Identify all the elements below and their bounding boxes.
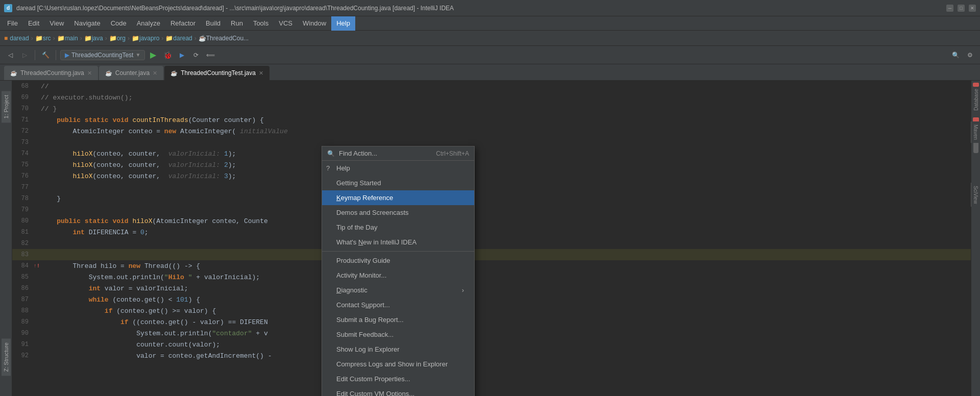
help-dropdown-menu: 🔍 Find Action... Ctrl+Shift+A ? Help Get…: [322, 146, 475, 396]
menu-sep-1: [322, 251, 474, 252]
question-icon: ?: [326, 164, 330, 172]
menu-item-activity-label: Activity Monitor...: [336, 271, 386, 279]
folder-icon-daread2: 📁: [165, 35, 173, 42]
menu-navigate[interactable]: Navigate: [69, 16, 105, 31]
search-icon: 🔍: [327, 150, 335, 157]
tab-threaded-counting[interactable]: ☕ ThreadedCounting.java ✕: [4, 66, 98, 80]
menu-item-help[interactable]: ? Help: [322, 161, 474, 176]
close-button[interactable]: ✕: [969, 5, 976, 12]
code-line-78: 78 }: [12, 193, 971, 204]
code-line-75: 75 hiloX(conteo, counter, valorInicial: …: [12, 159, 971, 170]
code-line-69: 69 // executor.shutdown();: [12, 92, 971, 103]
menu-item-activity-monitor[interactable]: Activity Monitor...: [322, 268, 474, 283]
debug-button[interactable]: 🐞: [161, 49, 174, 61]
menu-item-edit-vm[interactable]: Edit Custom VM Options...: [322, 386, 474, 396]
menu-file[interactable]: File: [2, 16, 23, 31]
menu-item-getting-started[interactable]: Getting Started: [322, 176, 474, 190]
breadcrumb-bar: ■ daread › 📁 src › 📁 main › 📁 java › 📁 o…: [0, 31, 980, 46]
stop-button[interactable]: ⟸: [204, 49, 216, 61]
breadcrumb-daread2[interactable]: daread: [173, 35, 192, 42]
menu-window[interactable]: Window: [298, 16, 331, 31]
menu-item-demos[interactable]: Demos and Screencasts: [322, 205, 474, 220]
menu-build[interactable]: Build: [201, 16, 226, 31]
menu-item-edit-props[interactable]: Edit Custom Properties...: [322, 372, 474, 386]
menu-item-diagnostic[interactable]: Diagnostic ›: [322, 283, 474, 298]
maven-panel-tab[interactable]: Maven: [971, 121, 980, 143]
menu-code[interactable]: Code: [106, 16, 132, 31]
tab-close-threaded[interactable]: ✕: [87, 70, 92, 77]
menu-item-demos-label: Demos and Screencasts: [336, 209, 409, 216]
menu-item-keymap-reference[interactable]: Keymap Reference: [322, 190, 474, 205]
menu-refactor[interactable]: Refactor: [165, 16, 201, 31]
search-everywhere-button[interactable]: 🔍: [949, 49, 962, 61]
code-line-91: 91 counter.count(valor);: [12, 339, 971, 350]
run-config-dropdown[interactable]: ▶ ThreadedCountingTest ▼: [60, 50, 145, 60]
menu-run[interactable]: Run: [226, 16, 248, 31]
menu-item-show-log[interactable]: Show Log in Explorer: [322, 342, 474, 357]
tab-close-counter[interactable]: ✕: [153, 70, 157, 77]
menu-item-compress-label: Compress Logs and Show in Explorer: [336, 360, 448, 368]
breadcrumb-daread[interactable]: daread: [10, 35, 29, 42]
menu-item-keymap-label: Keymap Reference: [336, 194, 393, 202]
find-action-row: 🔍 Find Action... Ctrl+Shift+A: [322, 146, 474, 161]
find-action-shortcut: Ctrl+Shift+A: [436, 150, 469, 157]
tab-bar: ☕ ThreadedCounting.java ✕ ☕ Counter.java…: [0, 64, 980, 81]
code-line-72: 72 AtomicInteger conteo = new AtomicInte…: [12, 126, 971, 137]
menu-item-submit-bug[interactable]: Submit a Bug Report...: [322, 312, 474, 327]
menu-bar: File Edit View Navigate Code Analyze Ref…: [0, 16, 980, 31]
code-line-81: 81 int DIFERENCIA = 0;: [12, 227, 971, 238]
profile-button[interactable]: ⟳: [190, 49, 202, 61]
breadcrumb-main[interactable]: main: [65, 35, 78, 42]
menu-analyze[interactable]: Analyze: [132, 16, 165, 31]
database-panel-tab[interactable]: Database: [972, 86, 980, 114]
menu-edit[interactable]: Edit: [23, 16, 44, 31]
menu-item-productivity[interactable]: Productivity Guide: [322, 253, 474, 268]
back-button[interactable]: ◁: [4, 49, 16, 61]
menu-item-edit-props-label: Edit Custom Properties...: [336, 375, 410, 383]
menu-tools[interactable]: Tools: [248, 16, 274, 31]
tab-counter[interactable]: ☕ Counter.java ✕: [99, 66, 163, 80]
settings-button[interactable]: ⚙: [964, 49, 976, 61]
restore-button[interactable]: □: [958, 5, 965, 12]
error-gutter-84: ↑!: [33, 263, 41, 269]
breadcrumb-java[interactable]: java: [92, 35, 103, 42]
code-line-84: 84 ↑! Thread hilo = new Thread(() -> {: [12, 260, 971, 271]
main-layout: 1: Project Z: Structure 68 // 69 // exec…: [0, 81, 980, 396]
menu-vcs[interactable]: VCS: [274, 16, 298, 31]
menu-item-tip[interactable]: Tip of the Day: [322, 220, 474, 235]
run-button[interactable]: ▶: [147, 49, 159, 61]
sciview-panel-tab[interactable]: SciView: [971, 183, 980, 207]
code-line-77: 77: [12, 182, 971, 193]
find-action-label[interactable]: Find Action...: [339, 150, 432, 157]
build-button[interactable]: 🔨: [39, 49, 52, 61]
code-line-80: 80 public static void hiloX(AtomicIntege…: [12, 215, 971, 227]
breadcrumb-org[interactable]: org: [117, 35, 126, 42]
tab-threaded-counting-test[interactable]: ☕ ThreadedCountingTest.java ✕: [164, 66, 270, 80]
menu-item-whats-new[interactable]: What's New in IntelliJ IDEA: [322, 235, 474, 250]
code-line-71: 71 public static void countInThreads(Cou…: [12, 114, 971, 126]
menu-help[interactable]: Help: [331, 16, 355, 31]
tab-label-test: ThreadedCountingTest.java: [181, 69, 256, 77]
code-line-82: 82: [12, 238, 971, 249]
breadcrumb-src[interactable]: src: [43, 35, 51, 42]
forward-button[interactable]: ▷: [18, 49, 31, 61]
code-line-86: 86 int valor = valorInicial;: [12, 283, 971, 294]
breadcrumb-javapro[interactable]: javapro: [139, 35, 159, 42]
breadcrumb-file[interactable]: ThreadedCou...: [206, 35, 249, 42]
menu-item-feedback-label: Submit Feedback...: [336, 331, 394, 338]
menu-view[interactable]: View: [44, 16, 69, 31]
java-icon-tab3: ☕: [170, 70, 178, 77]
tab-close-test[interactable]: ✕: [259, 70, 263, 77]
structure-panel-tab[interactable]: Z: Structure: [2, 338, 11, 376]
menu-item-submit-feedback[interactable]: Submit Feedback...: [322, 327, 474, 342]
menu-item-diagnostic-label: Diagnostic: [336, 286, 368, 294]
menu-item-whats-new-label: What's New in IntelliJ IDEA: [336, 238, 416, 246]
project-panel-tab[interactable]: 1: Project: [2, 91, 11, 122]
menu-item-help-label: Help: [336, 164, 350, 172]
minimize-button[interactable]: ─: [946, 5, 953, 12]
coverage-button[interactable]: ▶: [176, 49, 188, 61]
menu-item-contact-support[interactable]: Contact Support...: [322, 298, 474, 312]
title-bar: d daread [C:\Users\ruslan.lopez\Document…: [0, 0, 980, 16]
project-icon: ■: [4, 35, 8, 42]
menu-item-compress-logs[interactable]: Compress Logs and Show in Explorer: [322, 357, 474, 372]
